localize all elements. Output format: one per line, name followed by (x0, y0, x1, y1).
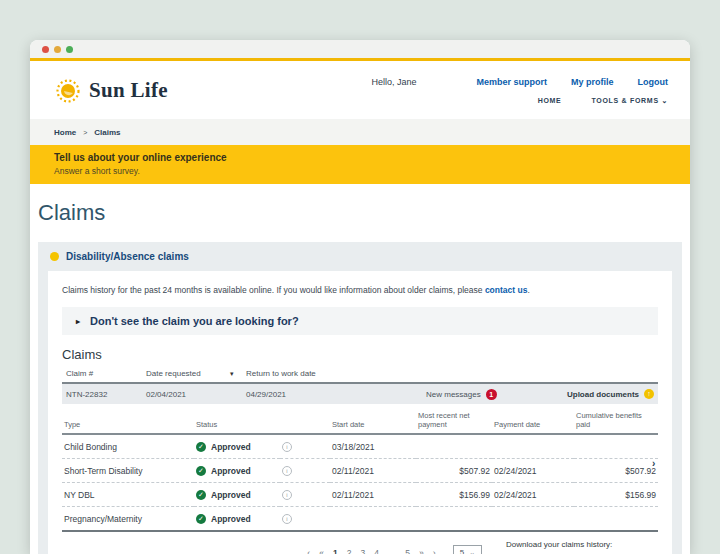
sunlife-logo[interactable]: Sun Life (54, 61, 168, 119)
chevron-down-icon: ⌄ (661, 97, 668, 104)
minimize-window-button[interactable] (54, 46, 61, 53)
status-info-icon[interactable]: i (282, 442, 292, 452)
cell-start-date: 03/18/2021 (330, 434, 416, 459)
col-spacer (280, 406, 330, 434)
status-info-icon[interactable]: i (282, 514, 292, 524)
nav-tools-forms-label: TOOLS & FORMS (591, 97, 658, 104)
survey-banner-title: Tell us about your online experience (54, 152, 666, 163)
breadcrumb-current-page: Claims (94, 128, 120, 137)
nav-home-link[interactable]: HOME (538, 97, 562, 105)
header-date-requested[interactable]: Date requested (146, 369, 230, 378)
cell-start-date: 02/11/2021 (330, 459, 416, 483)
site-header: Sun Life Hello, Jane Member support My p… (30, 61, 690, 119)
close-window-button[interactable] (42, 46, 49, 53)
pagination-page-3[interactable]: 3 (360, 548, 365, 554)
survey-banner-link[interactable]: Answer a short survey. (54, 166, 666, 176)
status-badge: Approved (211, 466, 251, 476)
chevron-down-icon: ⌄ (469, 549, 475, 554)
new-messages-label: New messages (426, 390, 481, 399)
member-support-link[interactable]: Member support (476, 77, 547, 87)
window-titlebar (30, 40, 690, 58)
upload-icon: ↑ (644, 389, 654, 399)
header-return-to-work[interactable]: Return to work date (246, 369, 316, 378)
cell-cumulative (574, 507, 658, 532)
nav-tools-forms-menu[interactable]: TOOLS & FORMS ⌄ (591, 97, 668, 105)
pagination-page-1[interactable]: 1 (333, 548, 338, 554)
panel-header-label: Disability/Absence claims (66, 251, 189, 262)
page-size-value: 5 (460, 548, 464, 554)
sort-descending-icon[interactable]: ▾ (230, 370, 246, 378)
pagination-page-4[interactable]: 4 (374, 548, 379, 554)
claims-table-header-row: Type Status Start date Most recent net p… (62, 406, 658, 434)
contact-us-link[interactable]: contact us (485, 285, 528, 295)
col-start-date: Start date (330, 406, 416, 434)
table-row-short-term-disability[interactable]: Short-Term Disability ✓Approved i 02/11/… (62, 459, 658, 483)
brand-wordmark: Sun Life (89, 78, 168, 103)
approved-check-icon: ✓ (196, 490, 206, 500)
user-greeting: Hello, Jane (371, 77, 416, 87)
pagination-first-icon[interactable]: ‹ (307, 548, 310, 554)
cell-start-date: 02/11/2021 (330, 483, 416, 507)
status-badge: Approved (211, 442, 251, 452)
my-profile-link[interactable]: My profile (571, 77, 614, 87)
col-status: Status (194, 406, 280, 434)
missing-claim-expander[interactable]: ▸ Don't see the claim you are looking fo… (62, 307, 658, 335)
upload-documents-label: Upload documents (567, 390, 639, 399)
upload-documents-link[interactable]: Upload documents ↑ (567, 389, 654, 399)
note-period: . (527, 285, 529, 295)
pagination-page-2[interactable]: 2 (347, 548, 352, 554)
browser-window: Sun Life Hello, Jane Member support My p… (30, 40, 690, 554)
claims-card: Claims history for the past 24 months is… (48, 271, 672, 554)
logout-link[interactable]: Logout (638, 77, 669, 87)
table-footer: ‹ « 1 2 3 4 … 5 » › 5 ⌄ (62, 540, 658, 554)
col-net-payment: Most recent net payment (416, 406, 492, 434)
utility-links: Hello, Jane Member support My profile Lo… (371, 77, 668, 87)
new-messages-badge: 1 (486, 389, 497, 400)
table-row-child-bonding[interactable]: Child Bonding ✓Approved i 03/18/2021 (62, 434, 658, 459)
expander-arrow-icon: ▸ (76, 317, 80, 326)
table-row-ny-dbl[interactable]: NY DBL ✓Approved i 02/11/2021 $156.99 02… (62, 483, 658, 507)
header-utility-nav: Hello, Jane Member support My profile Lo… (371, 61, 668, 119)
cell-net-payment: $156.99 (416, 483, 492, 507)
claims-section-title: Claims (62, 347, 658, 362)
approved-check-icon: ✓ (196, 442, 206, 452)
header-claim-number[interactable]: Claim # (66, 369, 146, 378)
claims-table: Type Status Start date Most recent net p… (62, 406, 658, 532)
pagination-page-5[interactable]: 5 (405, 548, 410, 554)
cell-type: Short-Term Disability (62, 459, 194, 483)
cell-payment-date: 02/24/2021 (492, 459, 574, 483)
status-info-icon[interactable]: i (282, 490, 292, 500)
survey-banner[interactable]: Tell us about your online experience Ans… (30, 145, 690, 184)
download-claims-history: Download your claims history: A Adobe .p… (506, 540, 658, 554)
cell-start-date (330, 507, 416, 532)
claims-history-note: Claims history for the past 24 months is… (62, 285, 658, 295)
cell-type: NY DBL (62, 483, 194, 507)
approved-check-icon: ✓ (196, 514, 206, 524)
pagination-ellipsis: … (388, 548, 397, 554)
page-size-select[interactable]: 5 ⌄ (453, 545, 482, 554)
pagination-last-icon[interactable]: › (433, 548, 436, 554)
col-cumulative: Cumulative benefits paid (574, 406, 658, 434)
cell-net-payment: $507.92 (416, 459, 492, 483)
cell-net-payment (416, 507, 492, 532)
claim-summary-row[interactable]: NTN-22832 02/04/2021 04/29/2021 New mess… (62, 382, 658, 404)
pagination-prev-icon[interactable]: « (319, 548, 324, 554)
zoom-window-button[interactable] (66, 46, 73, 53)
disability-bullet-icon (50, 252, 59, 261)
cell-payment-date: 02/24/2021 (492, 483, 574, 507)
disability-claims-panel: Disability/Absence claims Claims history… (38, 242, 682, 554)
breadcrumb-home-link[interactable]: Home (54, 128, 76, 137)
new-messages-link[interactable]: New messages 1 (426, 389, 497, 400)
status-badge: Approved (211, 514, 251, 524)
claim-summary-header: Claim # Date requested ▾ Return to work … (62, 367, 658, 382)
col-payment-date: Payment date (492, 406, 574, 434)
cell-net-payment (416, 434, 492, 459)
claims-history-note-text: Claims history for the past 24 months is… (62, 285, 483, 295)
table-row-pregnancy-maternity[interactable]: Pregnancy/Maternity ✓Approved i (62, 507, 658, 532)
cell-payment-date (492, 507, 574, 532)
claim-date-requested: 02/04/2021 (146, 390, 246, 399)
cell-type: Pregnancy/Maternity (62, 507, 194, 532)
status-info-icon[interactable]: i (282, 466, 292, 476)
pagination-next-icon[interactable]: » (419, 548, 424, 554)
table-scroll-right-icon[interactable]: › (652, 458, 655, 469)
